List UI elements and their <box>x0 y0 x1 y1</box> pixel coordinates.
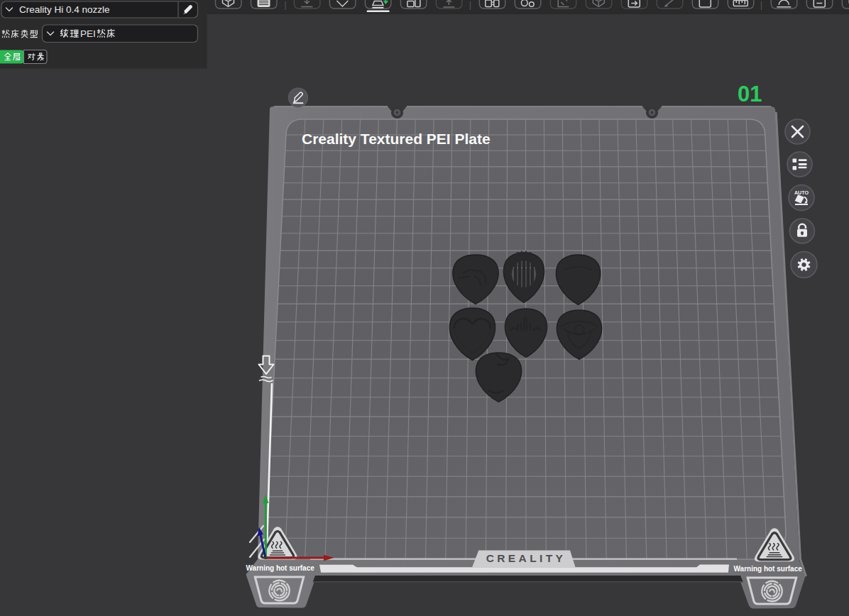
svg-text:Warning hot surface: Warning hot surface <box>246 564 315 572</box>
svg-text:Creality Hi 0.4 nozzle: Creality Hi 0.4 nozzle <box>19 4 110 15</box>
svg-text:01: 01 <box>738 82 762 106</box>
svg-text:Creality Textured PEI Plate: Creality Textured PEI Plate <box>302 131 491 147</box>
svg-text:PEI: PEI <box>80 28 96 39</box>
svg-text:AUTO: AUTO <box>794 189 809 196</box>
svg-text:CREALITY: CREALITY <box>486 552 566 564</box>
svg-text:Warning hot surface: Warning hot surface <box>734 565 803 573</box>
